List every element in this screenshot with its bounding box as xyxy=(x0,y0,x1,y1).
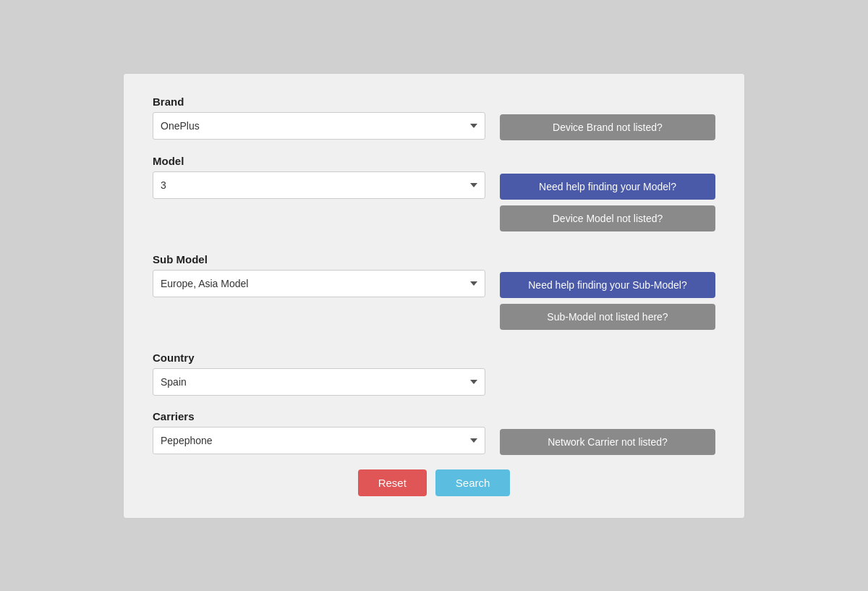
brand-left-col: Brand OnePlus xyxy=(153,95,485,140)
carriers-left-col: Carriers Pepephone xyxy=(153,410,485,454)
submodel-help-button[interactable]: Need help finding your Sub-Model? xyxy=(500,272,715,298)
search-button[interactable]: Search xyxy=(435,469,511,496)
action-buttons: Reset Search xyxy=(153,469,715,496)
country-left-col: Country Spain xyxy=(153,352,485,396)
carriers-select[interactable]: Pepephone xyxy=(153,427,485,454)
country-select[interactable]: Spain xyxy=(153,368,485,396)
model-row: Model 3 Need help finding your Model? De… xyxy=(153,155,715,231)
carrier-not-listed-button[interactable]: Network Carrier not listed? xyxy=(500,429,715,455)
submodel-label: Sub Model xyxy=(153,253,485,265)
submodel-left-col: Sub Model Europe, Asia Model xyxy=(153,253,485,297)
model-help-button[interactable]: Need help finding your Model? xyxy=(500,174,715,200)
brand-right-col: Device Brand not listed? xyxy=(500,95,715,140)
country-label: Country xyxy=(153,352,485,364)
brand-not-listed-button[interactable]: Device Brand not listed? xyxy=(500,114,715,140)
submodel-row: Sub Model Europe, Asia Model Need help f… xyxy=(153,253,715,330)
brand-label: Brand xyxy=(153,95,485,108)
carriers-right-col: Network Carrier not listed? xyxy=(500,410,715,455)
model-label: Model xyxy=(153,155,485,167)
brand-row: Brand OnePlus Device Brand not listed? xyxy=(153,95,715,140)
brand-select[interactable]: OnePlus xyxy=(153,112,485,140)
model-not-listed-button[interactable]: Device Model not listed? xyxy=(500,205,715,231)
submodel-select[interactable]: Europe, Asia Model xyxy=(153,270,485,297)
carriers-label: Carriers xyxy=(153,410,485,422)
model-select[interactable]: 3 xyxy=(153,171,485,199)
model-right-col: Need help finding your Model? Device Mod… xyxy=(500,155,715,231)
main-container: Brand OnePlus Device Brand not listed? M… xyxy=(123,73,745,519)
reset-button[interactable]: Reset xyxy=(358,469,427,496)
submodel-not-listed-button[interactable]: Sub-Model not listed here? xyxy=(500,304,715,330)
model-left-col: Model 3 xyxy=(153,155,485,199)
carriers-row: Carriers Pepephone Network Carrier not l… xyxy=(153,410,715,455)
country-row: Country Spain xyxy=(153,352,715,396)
submodel-right-col: Need help finding your Sub-Model? Sub-Mo… xyxy=(500,253,715,330)
